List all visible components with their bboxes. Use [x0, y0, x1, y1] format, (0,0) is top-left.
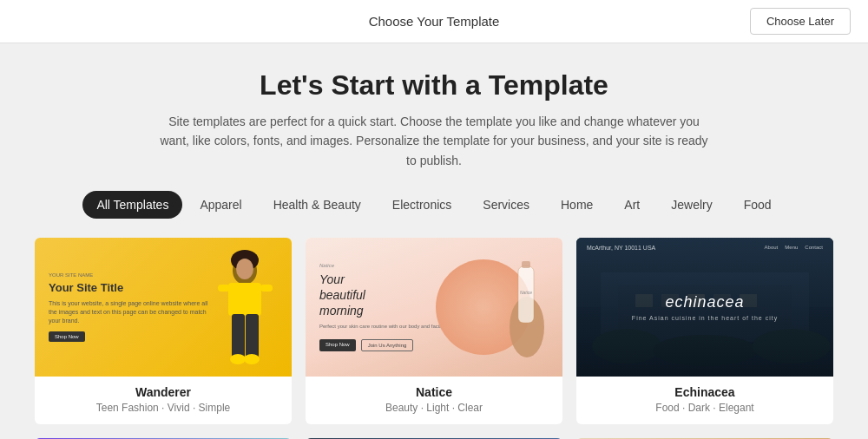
- natice-tags: Beauty · Light · Clear: [316, 402, 552, 414]
- echinacea-sub-text: Fine Asian cuisine in the heart of the c…: [632, 315, 778, 321]
- echinacea-nav-menu: Menu: [785, 245, 798, 251]
- natice-btn2: Join Us Anything: [361, 339, 414, 351]
- echinacea-navbar: McArthur, NY 10011 USA About Menu Contac…: [576, 245, 833, 251]
- svg-rect-3: [260, 285, 273, 292]
- hero-subtitle: Site templates are perfect for a quick s…: [156, 112, 712, 170]
- template-grid: YOUR SITE NAME Your Site Title This is y…: [35, 238, 833, 424]
- echinacea-info: Echinacea Food · Dark · Elegant: [576, 377, 833, 424]
- wanderer-info: Wanderer Teen Fashion · Vivid · Simple: [35, 377, 292, 424]
- template-card-wanderer[interactable]: YOUR SITE NAME Your Site Title This is y…: [35, 238, 292, 424]
- echinacea-nav-about: About: [765, 245, 779, 251]
- svg-text:Natice: Natice: [520, 290, 532, 295]
- wanderer-site-title: Your Site Title: [49, 281, 213, 294]
- hero-title: Let's Start with a Template: [35, 69, 833, 102]
- echinacea-logo-text: echinacea Fine Asian cuisine in the hear…: [632, 293, 778, 321]
- wanderer-model-icon: [213, 245, 278, 370]
- svg-point-7: [244, 354, 260, 364]
- wanderer-tags: Teen Fashion · Vivid · Simple: [45, 402, 281, 414]
- echinacea-tags: Food · Dark · Elegant: [587, 402, 823, 414]
- top-nav: Choose Your Template Choose Later: [0, 0, 868, 43]
- svg-rect-4: [232, 314, 245, 357]
- wanderer-name: Wanderer: [45, 385, 281, 399]
- tab-food[interactable]: Food: [730, 191, 786, 219]
- natice-btn1: Shop Now: [319, 339, 356, 351]
- echinacea-nav-logo: McArthur, NY 10011 USA: [587, 245, 655, 251]
- wanderer-site-btn: Shop Now: [49, 331, 85, 342]
- category-tabs: All Templates Apparel Health & Beauty El…: [35, 191, 833, 219]
- svg-rect-1: [228, 283, 261, 316]
- svg-point-6: [230, 354, 246, 364]
- tab-services[interactable]: Services: [469, 191, 543, 219]
- page-title: Choose Your Template: [369, 14, 500, 29]
- echinacea-name: Echinacea: [587, 385, 823, 399]
- svg-point-9: [236, 259, 253, 279]
- tab-health-beauty[interactable]: Health & Beauty: [260, 191, 375, 219]
- tab-art[interactable]: Art: [610, 191, 654, 219]
- svg-rect-2: [218, 285, 230, 292]
- svg-rect-5: [246, 314, 259, 357]
- natice-name: Natice: [316, 385, 552, 399]
- svg-rect-12: [522, 261, 530, 268]
- thumbnail-natice: Natice Yourbeautifulmorning Perfect your…: [306, 238, 562, 377]
- template-card-natice[interactable]: Natice Yourbeautifulmorning Perfect your…: [306, 238, 562, 424]
- thumbnail-wanderer: YOUR SITE NAME Your Site Title This is y…: [35, 238, 292, 377]
- tab-electronics[interactable]: Electronics: [378, 191, 465, 219]
- template-card-echinacea[interactable]: McArthur, NY 10011 USA About Menu Contac…: [576, 238, 833, 424]
- tab-home[interactable]: Home: [547, 191, 607, 219]
- thumbnail-echinacea: McArthur, NY 10011 USA About Menu Contac…: [576, 238, 833, 377]
- tab-apparel[interactable]: Apparel: [186, 191, 255, 219]
- main-content: Let's Start with a Template Site templat…: [0, 43, 868, 439]
- echinacea-nav-contact: Contact: [805, 245, 823, 251]
- natice-info: Natice Beauty · Light · Clear: [306, 377, 562, 424]
- wanderer-site-desc: This is your website, a single page onli…: [49, 299, 213, 324]
- tab-all-templates[interactable]: All Templates: [82, 191, 182, 219]
- tab-jewelry[interactable]: Jewelry: [657, 191, 726, 219]
- choose-later-button[interactable]: Choose Later: [750, 8, 851, 35]
- natice-bottle-icon: Natice: [501, 249, 549, 362]
